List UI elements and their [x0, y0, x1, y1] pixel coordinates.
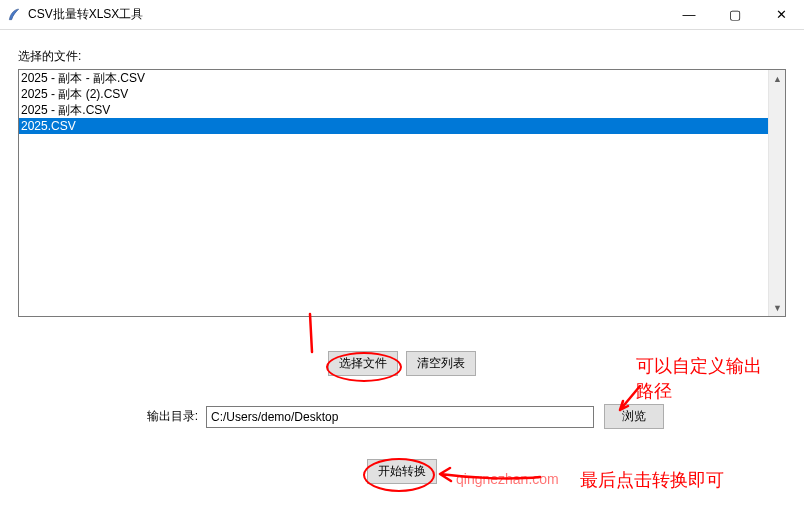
scroll-down-button[interactable]: ▼	[769, 299, 786, 316]
button-row: 选择文件 清空列表	[18, 351, 786, 376]
list-item[interactable]: 2025 - 副本 - 副本.CSV	[19, 70, 768, 86]
scrollbar[interactable]: ▲ ▼	[768, 70, 785, 316]
output-row: 输出目录: 浏览	[18, 404, 786, 429]
titlebar: CSV批量转XLSX工具 — ▢ ✕	[0, 0, 804, 30]
content-area: 选择的文件: 2025 - 副本 - 副本.CSV2025 - 副本 (2).C…	[0, 30, 804, 494]
output-dir-label: 输出目录:	[138, 408, 198, 425]
list-item[interactable]: 2025.CSV	[19, 118, 768, 134]
close-button[interactable]: ✕	[758, 0, 804, 30]
browse-button[interactable]: 浏览	[604, 404, 664, 429]
annotation-ellipse-choose	[326, 352, 402, 382]
list-item[interactable]: 2025 - 副本.CSV	[19, 102, 768, 118]
minimize-button[interactable]: —	[666, 0, 712, 30]
list-item[interactable]: 2025 - 副本 (2).CSV	[19, 86, 768, 102]
output-dir-input[interactable]	[206, 406, 594, 428]
clear-list-button[interactable]: 清空列表	[406, 351, 476, 376]
selected-files-label: 选择的文件:	[18, 48, 786, 65]
watermark: qingnezhan.com	[456, 471, 559, 487]
window-title: CSV批量转XLSX工具	[28, 6, 143, 23]
file-listbox[interactable]: 2025 - 副本 - 副本.CSV2025 - 副本 (2).CSV2025 …	[18, 69, 786, 317]
scroll-up-button[interactable]: ▲	[769, 70, 786, 87]
app-icon	[6, 7, 22, 23]
maximize-button[interactable]: ▢	[712, 0, 758, 30]
annotation-ellipse-start	[363, 458, 435, 492]
